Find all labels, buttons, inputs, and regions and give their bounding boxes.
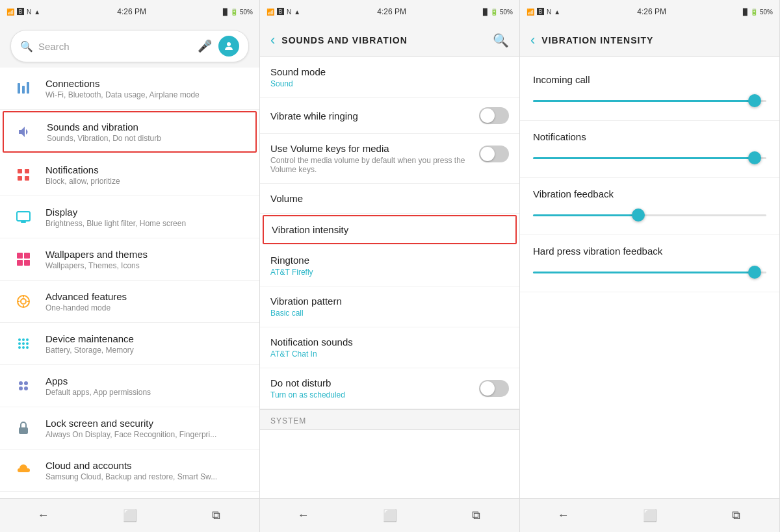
search-right-icons: 🎤 — [198, 36, 239, 57]
slider-thumb-4[interactable] — [748, 266, 761, 279]
advanced-icon-wrap — [10, 288, 36, 314]
sounds-icon-wrap — [12, 119, 38, 145]
sounds-page-title: SOUNDS AND VIBRATION — [281, 35, 493, 45]
home-nav-btn-3[interactable]: ⬜ — [637, 503, 663, 529]
wallpaper-icon — [16, 251, 31, 267]
search-bar[interactable]: 🔍 Search 🎤 — [10, 30, 249, 62]
ringtone-subtitle: AT&T Firefly — [270, 268, 509, 277]
connections-text: Connections Wi-Fi, Bluetooth, Data usage… — [46, 78, 200, 99]
svg-rect-4 — [18, 169, 22, 173]
apps-icon — [16, 378, 31, 394]
settings-item-display[interactable]: Display Brightness, Blue light filter, H… — [0, 196, 259, 238]
advanced-title: Advanced features — [46, 291, 127, 302]
back-nav-btn[interactable]: ← — [31, 503, 57, 529]
slider-thumb-1[interactable] — [748, 94, 761, 107]
menu-item-vibration-pattern[interactable]: Vibration pattern Basic call — [260, 286, 519, 327]
status-time-2: 4:26 PM — [377, 7, 406, 16]
status-time-3: 4:26 PM — [637, 7, 666, 16]
display-title: Display — [46, 207, 186, 218]
recent-nav-btn[interactable]: ⧉ — [203, 503, 229, 529]
battery-pct-3: 50% — [760, 8, 773, 16]
svg-rect-34 — [19, 427, 28, 434]
settings-item-apps[interactable]: Apps Default apps, App permissions — [0, 365, 259, 407]
vibrate-ringing-toggle[interactable] — [479, 107, 509, 124]
settings-item-notifications[interactable]: Notifications Block, allow, prioritize — [0, 154, 259, 196]
avatar[interactable] — [218, 36, 239, 57]
sounds-search-btn[interactable]: 🔍 — [493, 32, 509, 48]
advanced-text: Advanced features One-handed mode — [46, 291, 127, 312]
advanced-subtitle: One-handed mode — [46, 303, 127, 312]
menu-item-ringtone[interactable]: Ringtone AT&T Firefly — [260, 246, 519, 286]
cloud-icon — [16, 462, 31, 478]
sounds-text: Sounds and vibration Sounds, Vibration, … — [47, 121, 161, 143]
wifi-icon-2: ▲ — [294, 8, 300, 16]
svg-rect-9 — [21, 222, 26, 223]
sound-mode-title: Sound mode — [270, 66, 509, 77]
recent-nav-btn-3[interactable]: ⧉ — [723, 503, 749, 529]
lock-text: Lock screen and security Always On Displ… — [46, 418, 216, 439]
sim-icon-3: 📶 — [526, 8, 534, 16]
settings-item-sounds[interactable]: Sounds and vibration Sounds, Vibration, … — [3, 111, 257, 153]
slider-track-fill-3 — [533, 214, 638, 216]
signal-strength-icon: ▉ — [223, 8, 228, 16]
svg-point-29 — [26, 346, 29, 349]
apps-subtitle: Default apps, App permissions — [46, 388, 151, 397]
hard-press-slider[interactable] — [533, 266, 766, 279]
cloud-subtitle: Samsung Cloud, Backup and restore, Smart… — [46, 472, 217, 481]
connections-subtitle: Wi-Fi, Bluetooth, Data usage, Airplane m… — [46, 90, 200, 99]
sounds-title: Sounds and vibration — [47, 121, 161, 133]
settings-item-advanced[interactable]: Advanced features One-handed mode — [0, 281, 259, 323]
vibration-back-btn[interactable]: ‹ — [530, 32, 535, 49]
slider-track-fill-2 — [533, 157, 755, 159]
settings-item-wallpaper[interactable]: Wallpapers and themes Wallpapers, Themes… — [0, 238, 259, 281]
home-nav-btn[interactable]: ⬜ — [117, 503, 143, 529]
settings-item-device[interactable]: Device maintenance Battery, Storage, Mem… — [0, 323, 259, 365]
bt-icon: 🅱 — [17, 8, 24, 16]
back-nav-btn-3[interactable]: ← — [551, 503, 577, 529]
vibrate-ringing-title: Vibrate while ringing — [270, 110, 358, 121]
dnd-text: Do not disturb Turn on as scheduled — [270, 377, 479, 399]
back-nav-btn-2[interactable]: ← — [291, 503, 317, 529]
vibration-item-hard-press[interactable]: Hard press vibration feedback — [520, 235, 779, 292]
volume-keys-toggle[interactable] — [479, 146, 509, 162]
dnd-toggle[interactable] — [479, 380, 509, 397]
menu-item-volume-keys[interactable]: Use Volume keys for media Control the me… — [260, 134, 519, 184]
battery-3: 🔋 — [750, 8, 758, 16]
menu-item-vibration-intensity[interactable]: Vibration intensity — [263, 215, 517, 244]
bt-icon-3: 🅱 — [537, 8, 544, 16]
nav-bar-2: ← ⬜ ⧉ — [260, 498, 519, 532]
slider-thumb-2[interactable] — [748, 151, 761, 164]
lock-icon-wrap — [10, 415, 36, 441]
svg-rect-3 — [27, 82, 29, 94]
device-subtitle: Battery, Storage, Memory — [46, 346, 134, 355]
home-nav-btn-2[interactable]: ⬜ — [377, 503, 403, 529]
menu-item-notification-sounds[interactable]: Notification sounds AT&T Chat In — [260, 327, 519, 368]
menu-item-volume[interactable]: Volume — [260, 184, 519, 214]
nfc-icon-2: N — [287, 8, 291, 16]
vibration-item-notifications[interactable]: Notifications — [520, 121, 779, 178]
battery-2: 🔋 — [490, 8, 498, 16]
nfc-icon-3: N — [547, 8, 551, 16]
settings-item-cloud[interactable]: Cloud and accounts Samsung Cloud, Backup… — [0, 450, 259, 492]
slider-track-fill-1 — [533, 100, 755, 102]
recent-nav-btn-2[interactable]: ⧉ — [463, 503, 489, 529]
menu-item-sound-mode[interactable]: Sound mode Sound — [260, 57, 519, 98]
incoming-call-slider[interactable] — [533, 94, 766, 107]
vibration-item-feedback[interactable]: Vibration feedback — [520, 178, 779, 235]
menu-item-do-not-disturb[interactable]: Do not disturb Turn on as scheduled — [260, 368, 519, 409]
mic-icon[interactable]: 🎤 — [198, 39, 212, 53]
menu-item-vibrate-ringing[interactable]: Vibrate while ringing — [260, 98, 519, 134]
settings-item-connections[interactable]: Connections Wi-Fi, Bluetooth, Data usage… — [0, 68, 259, 110]
notifications-icon — [16, 167, 31, 183]
notifications-subtitle: Block, allow, prioritize — [46, 177, 120, 186]
status-bar-2: 📶 🅱 N ▲ 4:26 PM ▉ 🔋 50% — [260, 0, 519, 23]
slider-thumb-3[interactable] — [632, 209, 645, 222]
sounds-back-btn[interactable]: ‹ — [270, 32, 275, 49]
notifications-slider[interactable] — [533, 151, 766, 164]
vibration-feedback-slider[interactable] — [533, 209, 766, 222]
notification-sounds-title: Notification sounds — [270, 336, 509, 348]
svg-point-30 — [19, 381, 23, 385]
settings-item-lock[interactable]: Lock screen and security Always On Displ… — [0, 407, 259, 450]
apps-title: Apps — [46, 375, 151, 386]
vibration-item-incoming-call[interactable]: Incoming call — [520, 64, 779, 121]
